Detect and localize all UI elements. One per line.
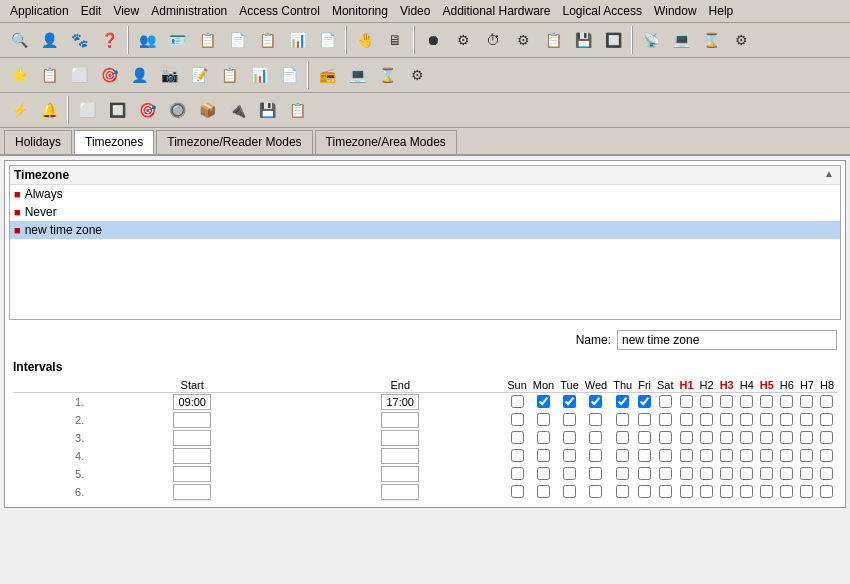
glass-btn[interactable]: ⌛ [373,61,401,89]
h6-checkbox-5[interactable] [780,467,793,480]
grid-btn[interactable]: 📋 [35,61,63,89]
sun-checkbox-4[interactable] [511,449,524,462]
h3-checkbox-2[interactable] [720,413,733,426]
sun-checkbox-1[interactable] [511,395,524,408]
fri-checkbox-6[interactable] [638,485,651,498]
target-btn[interactable]: 🎯 [95,61,123,89]
radio-btn[interactable]: 📻 [313,61,341,89]
h3-checkbox-3[interactable] [720,431,733,444]
h4-checkbox-4[interactable] [740,449,753,462]
record-btn[interactable]: ⏺ [419,26,447,54]
settings2-btn[interactable]: ⚙ [509,26,537,54]
h1-checkbox-1[interactable] [680,395,693,408]
h2-checkbox-6[interactable] [700,485,713,498]
persons-btn[interactable]: 👥 [133,26,161,54]
thu-checkbox-5[interactable] [616,467,629,480]
h5-checkbox-1[interactable] [760,395,773,408]
h5-checkbox-4[interactable] [760,449,773,462]
search-btn[interactable]: 🔍 [5,26,33,54]
tab-holidays[interactable]: Holidays [4,130,72,154]
save-btn[interactable]: 💾 [569,26,597,54]
laptop-btn[interactable]: 💻 [343,61,371,89]
person-btn[interactable]: 👤 [125,61,153,89]
doc1-btn[interactable]: 📄 [223,26,251,54]
h7-checkbox-2[interactable] [800,413,813,426]
sat-checkbox-6[interactable] [659,485,672,498]
sat-checkbox-1[interactable] [659,395,672,408]
h4-checkbox-3[interactable] [740,431,753,444]
clip-btn[interactable]: 📋 [283,96,311,124]
tue-checkbox-4[interactable] [563,449,576,462]
tab-timezone-area-modes[interactable]: Timezone/Area Modes [315,130,457,154]
fri-checkbox-3[interactable] [638,431,651,444]
h4-checkbox-2[interactable] [740,413,753,426]
tue-checkbox-5[interactable] [563,467,576,480]
thu-checkbox-6[interactable] [616,485,629,498]
fri-checkbox-5[interactable] [638,467,651,480]
menu-item-additional-hardware[interactable]: Additional Hardware [436,2,556,20]
sq1-btn[interactable]: ⬜ [65,61,93,89]
timezone-item-new[interactable]: ■ new time zone [10,221,840,239]
h6-checkbox-2[interactable] [780,413,793,426]
mon-checkbox-3[interactable] [537,431,550,444]
h6-checkbox-1[interactable] [780,395,793,408]
sq2-btn[interactable]: ⬜ [73,96,101,124]
h5-checkbox-6[interactable] [760,485,773,498]
plug-btn[interactable]: 🔌 [223,96,251,124]
disk-btn[interactable]: 💾 [253,96,281,124]
end-input-2[interactable] [381,412,419,428]
tue-checkbox-1[interactable] [563,395,576,408]
mon-checkbox-2[interactable] [537,413,550,426]
tue-checkbox-3[interactable] [563,431,576,444]
wed-checkbox-4[interactable] [589,449,602,462]
h4-checkbox-5[interactable] [740,467,753,480]
h5-checkbox-2[interactable] [760,413,773,426]
sun-checkbox-6[interactable] [511,485,524,498]
wed-checkbox-1[interactable] [589,395,602,408]
wed-checkbox-6[interactable] [589,485,602,498]
tab-timezone-reader-modes[interactable]: Timezone/Reader Modes [156,130,312,154]
menu-item-video[interactable]: Video [394,2,436,20]
sat-checkbox-2[interactable] [659,413,672,426]
tab-timezones[interactable]: Timezones [74,130,154,154]
sun-checkbox-2[interactable] [511,413,524,426]
h8-checkbox-3[interactable] [820,431,833,444]
sat-checkbox-3[interactable] [659,431,672,444]
cards-btn[interactable]: 📋 [253,26,281,54]
start-input-1[interactable] [173,394,211,410]
thu-checkbox-4[interactable] [616,449,629,462]
h5-checkbox-3[interactable] [760,431,773,444]
list2-btn[interactable]: 📋 [539,26,567,54]
mon-checkbox-1[interactable] [537,395,550,408]
flash-btn[interactable]: ⚡ [5,96,33,124]
menu-item-logical-access[interactable]: Logical Access [557,2,648,20]
h2-checkbox-3[interactable] [700,431,713,444]
timer-btn[interactable]: ⏱ [479,26,507,54]
h3-checkbox-5[interactable] [720,467,733,480]
hourglass-btn[interactable]: ⌛ [697,26,725,54]
cog-btn[interactable]: ⚙ [727,26,755,54]
menu-item-monitoring[interactable]: Monitoring [326,2,394,20]
timezone-item-never[interactable]: ■ Never [10,203,840,221]
sq3-btn[interactable]: 🔲 [103,96,131,124]
menu-item-access-control[interactable]: Access Control [233,2,326,20]
note-btn[interactable]: 📝 [185,61,213,89]
h3-checkbox-6[interactable] [720,485,733,498]
h1-checkbox-6[interactable] [680,485,693,498]
wed-checkbox-5[interactable] [589,467,602,480]
list-btn[interactable]: 📋 [193,26,221,54]
report1-btn[interactable]: 📊 [283,26,311,54]
h7-checkbox-6[interactable] [800,485,813,498]
list3-btn[interactable]: 📋 [215,61,243,89]
end-input-1[interactable] [381,394,419,410]
menu-item-window[interactable]: Window [648,2,703,20]
sun-checkbox-5[interactable] [511,467,524,480]
bar-btn[interactable]: 📊 [245,61,273,89]
trace-btn[interactable]: 🐾 [65,26,93,54]
bell-btn[interactable]: 🔔 [35,96,63,124]
device-btn[interactable]: 💻 [667,26,695,54]
thu-checkbox-2[interactable] [616,413,629,426]
menu-item-edit[interactable]: Edit [75,2,108,20]
paper-btn[interactable]: 📄 [275,61,303,89]
h3-checkbox-4[interactable] [720,449,733,462]
